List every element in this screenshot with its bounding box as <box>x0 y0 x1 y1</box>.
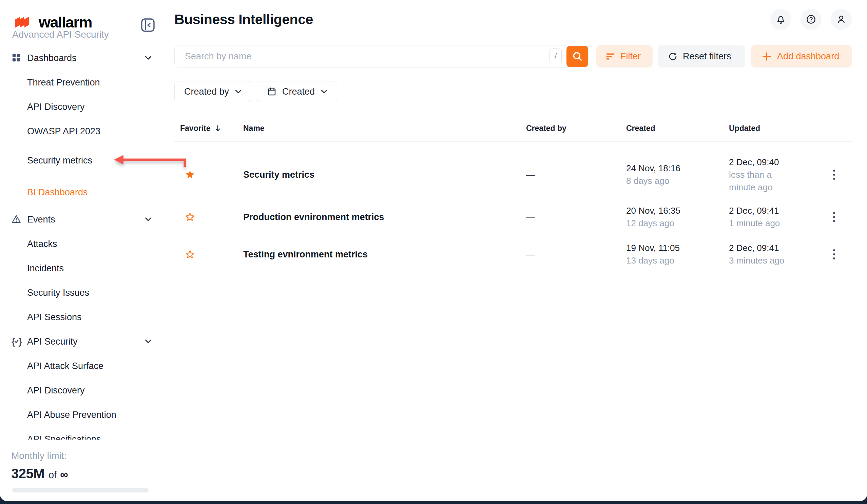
wallarm-logo-icon <box>12 16 35 29</box>
dashboards-table: Favorite Name Created by Created Updated <box>174 115 853 273</box>
monthly-limit-label: Monthly limit: <box>11 450 149 461</box>
column-header-favorite[interactable]: Favorite <box>174 124 243 133</box>
chevron-down-icon <box>235 89 242 94</box>
filter-button[interactable]: Filter <box>596 45 653 67</box>
braces-check-icon: { } <box>11 336 22 347</box>
main-content: Business Intelligence <box>160 0 867 501</box>
created-by-value: — <box>526 212 626 223</box>
help-button[interactable] <box>801 9 822 30</box>
sidebar-item-label: Dashboards <box>27 53 77 63</box>
filter-chips: Created by Created <box>174 81 867 102</box>
filter-icon <box>606 52 615 61</box>
topbar: Business Intelligence <box>160 0 867 39</box>
updated-date: 2 Dec, 09:41 <box>729 242 797 254</box>
kebab-menu-icon[interactable] <box>831 247 837 261</box>
created-by-filter-dropdown[interactable]: Created by <box>174 81 251 102</box>
brand-tagline: Advanced API Security <box>12 29 109 40</box>
created-date: 20 Nov, 16:35 <box>626 204 729 217</box>
sidebar-nav: Dashboards Threat Prevention API Discove… <box>0 46 160 440</box>
filter-button-label: Filter <box>620 51 641 62</box>
table-body: Security metrics — 24 Nov, 18:16 8 days … <box>174 151 853 273</box>
sidebar: wallarm Advanced API Security <box>0 0 160 501</box>
user-menu-button[interactable] <box>831 9 852 30</box>
calendar-icon <box>267 86 277 97</box>
sidebar-item-api-discovery[interactable]: API Discovery <box>0 95 160 119</box>
favorite-star-icon[interactable] <box>185 249 195 259</box>
dashboard-name: Security metrics <box>243 170 526 180</box>
sidebar-item-api-specifications[interactable]: API Specifications <box>0 427 160 440</box>
sidebar-item-api-attack-surface[interactable]: API Attack Surface <box>0 354 160 378</box>
dashboard-name: Production evnironment metrics <box>243 212 526 223</box>
table-row-security-metrics[interactable]: Security metrics — 24 Nov, 18:16 8 days … <box>174 151 853 199</box>
chevron-down-icon <box>145 56 152 60</box>
kebab-menu-icon[interactable] <box>831 168 837 182</box>
created-relative: 13 days ago <box>626 254 729 267</box>
sidebar-item-incidents[interactable]: Incidents <box>0 256 160 280</box>
sidebar-item-attacks[interactable]: Attacks <box>0 232 160 256</box>
sidebar-item-owasp-api-2023[interactable]: OWASP API 2023 <box>0 119 160 143</box>
updated-date: 2 Dec, 09:40 <box>729 156 797 169</box>
sidebar-item-api-sessions[interactable]: API Sessions <box>0 305 160 329</box>
sidebar-item-security-issues[interactable]: Security Issues <box>0 280 160 305</box>
sidebar-item-api-discovery-2[interactable]: API Discovery <box>0 378 160 403</box>
search-input[interactable] <box>175 45 549 67</box>
created-date-filter-dropdown[interactable]: Created <box>257 81 337 102</box>
user-icon <box>836 14 847 25</box>
svg-text:{: { <box>12 336 15 347</box>
reset-filters-button[interactable]: Reset filters <box>658 45 745 67</box>
table-row-testing-metrics[interactable]: Testing evnironment metrics — 19 Nov, 11… <box>174 236 853 273</box>
sidebar-item-api-abuse-prevention[interactable]: API Abuse Prevention <box>0 403 160 427</box>
collapse-sidebar-icon[interactable] <box>140 18 156 33</box>
sidebar-item-events[interactable]: Events <box>0 207 160 232</box>
favorite-star-icon[interactable] <box>185 170 195 180</box>
sidebar-item-api-security[interactable]: { } API Security <box>0 329 160 354</box>
created-by-value: — <box>526 249 626 260</box>
toolbar: / Filter <box>174 45 852 67</box>
warning-triangle-icon <box>11 214 22 225</box>
add-dashboard-button[interactable]: Add dashboard <box>751 45 852 67</box>
created-relative: 12 days ago <box>626 217 729 229</box>
column-header-created-by[interactable]: Created by <box>526 124 626 133</box>
topbar-actions <box>770 9 852 30</box>
monthly-limit-total: ∞ <box>60 468 68 481</box>
sidebar-item-bi-dashboards[interactable]: BI Dashboards <box>0 178 160 207</box>
notifications-button[interactable] <box>770 9 791 30</box>
search-box: / <box>174 45 589 67</box>
search-button[interactable] <box>566 46 588 67</box>
slash-shortcut-key: / <box>549 49 562 64</box>
svg-text:}: } <box>18 336 22 347</box>
app-window: wallarm Advanced API Security <box>0 0 867 501</box>
created-date: 24 Nov, 18:16 <box>626 162 729 175</box>
grid-icon <box>11 53 22 63</box>
column-header-name[interactable]: Name <box>243 124 526 133</box>
brand-name: wallarm <box>39 13 92 31</box>
sort-down-icon <box>215 125 221 132</box>
plus-icon <box>762 52 772 61</box>
chevron-down-icon <box>145 217 152 222</box>
created-by-value: — <box>526 170 626 180</box>
chevron-down-icon <box>145 339 152 344</box>
created-date: 19 Nov, 11:05 <box>626 242 729 254</box>
reset-icon <box>668 52 678 61</box>
dashboard-name: Testing evnironment metrics <box>243 249 526 260</box>
monthly-limit-connector: of <box>49 469 57 481</box>
column-header-updated[interactable]: Updated <box>729 124 828 133</box>
column-header-created[interactable]: Created <box>626 124 729 133</box>
page-title: Business Intelligence <box>174 12 313 28</box>
sidebar-item-threat-prevention[interactable]: Threat Prevention <box>0 70 160 95</box>
search-icon <box>571 51 583 62</box>
sidebar-item-label: API Security <box>27 336 78 347</box>
updated-relative: less than a minute ago <box>729 169 797 194</box>
sidebar-item-security-metrics[interactable]: Security metrics <box>0 145 160 176</box>
kebab-menu-icon[interactable] <box>831 210 837 224</box>
monthly-limit-progressbar <box>12 488 149 492</box>
chevron-down-icon <box>321 89 327 94</box>
sidebar-item-dashboards[interactable]: Dashboards <box>0 46 160 70</box>
updated-date: 2 Dec, 09:41 <box>729 204 797 217</box>
add-dashboard-label: Add dashboard <box>777 51 839 62</box>
updated-relative: 1 minute ago <box>729 217 797 229</box>
updated-relative: 3 minutes ago <box>729 254 797 267</box>
table-row-production-metrics[interactable]: Production evnironment metrics — 20 Nov,… <box>174 199 853 236</box>
created-date-filter-label: Created <box>282 86 315 97</box>
favorite-star-icon[interactable] <box>185 212 195 222</box>
